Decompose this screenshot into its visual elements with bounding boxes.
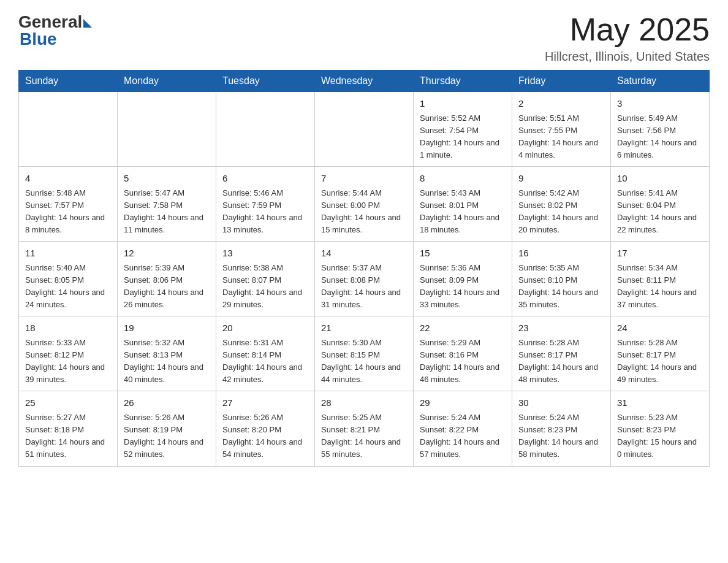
day-number: 23: [518, 321, 604, 335]
cell-info: Sunrise: 5:44 AM Sunset: 8:00 PM Dayligh…: [321, 187, 407, 237]
calendar-cell: 26Sunrise: 5:26 AM Sunset: 8:19 PM Dayli…: [118, 391, 216, 466]
calendar-cell: 30Sunrise: 5:24 AM Sunset: 8:23 PM Dayli…: [512, 391, 611, 466]
weekday-header-row: SundayMondayTuesdayWednesdayThursdayFrid…: [19, 71, 710, 92]
cell-info: Sunrise: 5:39 AM Sunset: 8:06 PM Dayligh…: [124, 262, 210, 312]
calendar-table: SundayMondayTuesdayWednesdayThursdayFrid…: [18, 70, 710, 466]
cell-info: Sunrise: 5:48 AM Sunset: 7:57 PM Dayligh…: [25, 187, 111, 237]
cell-info: Sunrise: 5:40 AM Sunset: 8:05 PM Dayligh…: [25, 262, 111, 312]
day-number: 13: [222, 247, 308, 261]
day-number: 3: [617, 97, 703, 111]
calendar-cell: [216, 92, 315, 167]
calendar-cell: 11Sunrise: 5:40 AM Sunset: 8:05 PM Dayli…: [19, 242, 118, 316]
day-number: 31: [617, 396, 703, 410]
cell-info: Sunrise: 5:24 AM Sunset: 8:22 PM Dayligh…: [420, 412, 506, 461]
day-number: 5: [124, 172, 210, 186]
calendar-cell: 4Sunrise: 5:48 AM Sunset: 7:57 PM Daylig…: [19, 167, 118, 242]
weekday-header-thursday: Thursday: [414, 71, 512, 92]
month-title: May 2025: [545, 12, 710, 47]
weekday-header-friday: Friday: [512, 71, 611, 92]
cell-info: Sunrise: 5:33 AM Sunset: 8:12 PM Dayligh…: [25, 337, 111, 386]
cell-info: Sunrise: 5:46 AM Sunset: 7:59 PM Dayligh…: [222, 187, 308, 237]
calendar-week-row: 1Sunrise: 5:52 AM Sunset: 7:54 PM Daylig…: [19, 92, 710, 167]
day-number: 1: [420, 97, 506, 111]
cell-info: Sunrise: 5:27 AM Sunset: 8:18 PM Dayligh…: [25, 412, 111, 461]
calendar-cell: [19, 92, 118, 167]
cell-info: Sunrise: 5:26 AM Sunset: 8:20 PM Dayligh…: [222, 412, 308, 461]
day-number: 9: [518, 172, 604, 186]
cell-info: Sunrise: 5:41 AM Sunset: 8:04 PM Dayligh…: [617, 187, 703, 237]
day-number: 28: [321, 396, 407, 410]
weekday-header-wednesday: Wednesday: [315, 71, 414, 92]
calendar-cell: 13Sunrise: 5:38 AM Sunset: 8:07 PM Dayli…: [216, 242, 315, 316]
calendar-cell: 8Sunrise: 5:43 AM Sunset: 8:01 PM Daylig…: [414, 167, 512, 242]
calendar-cell: [315, 92, 414, 167]
calendar-cell: 3Sunrise: 5:49 AM Sunset: 7:56 PM Daylig…: [611, 92, 710, 167]
cell-info: Sunrise: 5:23 AM Sunset: 8:23 PM Dayligh…: [617, 412, 703, 461]
cell-info: Sunrise: 5:51 AM Sunset: 7:55 PM Dayligh…: [518, 112, 604, 162]
day-number: 10: [617, 172, 703, 186]
cell-info: Sunrise: 5:26 AM Sunset: 8:19 PM Dayligh…: [124, 412, 210, 461]
calendar-cell: 20Sunrise: 5:31 AM Sunset: 8:14 PM Dayli…: [216, 316, 315, 391]
logo-arrow-icon: [83, 19, 92, 28]
day-number: 30: [518, 396, 604, 410]
calendar-cell: 19Sunrise: 5:32 AM Sunset: 8:13 PM Dayli…: [118, 316, 216, 391]
logo-blue-text: Blue: [20, 29, 57, 49]
day-number: 29: [420, 396, 506, 410]
day-number: 27: [222, 396, 308, 410]
title-section: May 2025 Hillcrest, Illinois, United Sta…: [545, 12, 710, 64]
cell-info: Sunrise: 5:24 AM Sunset: 8:23 PM Dayligh…: [518, 412, 604, 461]
day-number: 15: [420, 247, 506, 261]
calendar-cell: 31Sunrise: 5:23 AM Sunset: 8:23 PM Dayli…: [611, 391, 710, 466]
day-number: 26: [124, 396, 210, 410]
calendar-cell: 21Sunrise: 5:30 AM Sunset: 8:15 PM Dayli…: [315, 316, 414, 391]
cell-info: Sunrise: 5:28 AM Sunset: 8:17 PM Dayligh…: [617, 337, 703, 386]
calendar-cell: 24Sunrise: 5:28 AM Sunset: 8:17 PM Dayli…: [611, 316, 710, 391]
cell-info: Sunrise: 5:38 AM Sunset: 8:07 PM Dayligh…: [222, 262, 308, 312]
cell-info: Sunrise: 5:31 AM Sunset: 8:14 PM Dayligh…: [222, 337, 308, 386]
calendar-cell: 6Sunrise: 5:46 AM Sunset: 7:59 PM Daylig…: [216, 167, 315, 242]
calendar-week-row: 18Sunrise: 5:33 AM Sunset: 8:12 PM Dayli…: [19, 316, 710, 391]
calendar-cell: 14Sunrise: 5:37 AM Sunset: 8:08 PM Dayli…: [315, 242, 414, 316]
day-number: 8: [420, 172, 506, 186]
cell-info: Sunrise: 5:36 AM Sunset: 8:09 PM Dayligh…: [420, 262, 506, 312]
calendar-week-row: 4Sunrise: 5:48 AM Sunset: 7:57 PM Daylig…: [19, 167, 710, 242]
calendar-week-row: 11Sunrise: 5:40 AM Sunset: 8:05 PM Dayli…: [19, 242, 710, 316]
weekday-header-monday: Monday: [118, 71, 216, 92]
calendar-cell: 7Sunrise: 5:44 AM Sunset: 8:00 PM Daylig…: [315, 167, 414, 242]
cell-info: Sunrise: 5:35 AM Sunset: 8:10 PM Dayligh…: [518, 262, 604, 312]
weekday-header-saturday: Saturday: [611, 71, 710, 92]
day-number: 11: [25, 247, 111, 261]
calendar-cell: 16Sunrise: 5:35 AM Sunset: 8:10 PM Dayli…: [512, 242, 611, 316]
cell-info: Sunrise: 5:30 AM Sunset: 8:15 PM Dayligh…: [321, 337, 407, 386]
calendar-cell: 10Sunrise: 5:41 AM Sunset: 8:04 PM Dayli…: [611, 167, 710, 242]
calendar-cell: 2Sunrise: 5:51 AM Sunset: 7:55 PM Daylig…: [512, 92, 611, 167]
cell-info: Sunrise: 5:32 AM Sunset: 8:13 PM Dayligh…: [124, 337, 210, 386]
cell-info: Sunrise: 5:29 AM Sunset: 8:16 PM Dayligh…: [420, 337, 506, 386]
cell-info: Sunrise: 5:52 AM Sunset: 7:54 PM Dayligh…: [420, 112, 506, 162]
page-header: General Blue May 2025 Hillcrest, Illinoi…: [18, 12, 710, 64]
calendar-cell: 9Sunrise: 5:42 AM Sunset: 8:02 PM Daylig…: [512, 167, 611, 242]
calendar-cell: 28Sunrise: 5:25 AM Sunset: 8:21 PM Dayli…: [315, 391, 414, 466]
calendar-cell: 5Sunrise: 5:47 AM Sunset: 7:58 PM Daylig…: [118, 167, 216, 242]
cell-info: Sunrise: 5:37 AM Sunset: 8:08 PM Dayligh…: [321, 262, 407, 312]
calendar-cell: 27Sunrise: 5:26 AM Sunset: 8:20 PM Dayli…: [216, 391, 315, 466]
day-number: 12: [124, 247, 210, 261]
day-number: 22: [420, 321, 506, 335]
cell-info: Sunrise: 5:34 AM Sunset: 8:11 PM Dayligh…: [617, 262, 703, 312]
day-number: 24: [617, 321, 703, 335]
weekday-header-tuesday: Tuesday: [216, 71, 315, 92]
cell-info: Sunrise: 5:43 AM Sunset: 8:01 PM Dayligh…: [420, 187, 506, 237]
day-number: 2: [518, 97, 604, 111]
day-number: 14: [321, 247, 407, 261]
calendar-cell: 18Sunrise: 5:33 AM Sunset: 8:12 PM Dayli…: [19, 316, 118, 391]
day-number: 16: [518, 247, 604, 261]
calendar-cell: 15Sunrise: 5:36 AM Sunset: 8:09 PM Dayli…: [414, 242, 512, 316]
cell-info: Sunrise: 5:49 AM Sunset: 7:56 PM Dayligh…: [617, 112, 703, 162]
day-number: 21: [321, 321, 407, 335]
cell-info: Sunrise: 5:28 AM Sunset: 8:17 PM Dayligh…: [518, 337, 604, 386]
cell-info: Sunrise: 5:25 AM Sunset: 8:21 PM Dayligh…: [321, 412, 407, 461]
calendar-cell: 29Sunrise: 5:24 AM Sunset: 8:22 PM Dayli…: [414, 391, 512, 466]
day-number: 20: [222, 321, 308, 335]
day-number: 7: [321, 172, 407, 186]
calendar-cell: 12Sunrise: 5:39 AM Sunset: 8:06 PM Dayli…: [118, 242, 216, 316]
